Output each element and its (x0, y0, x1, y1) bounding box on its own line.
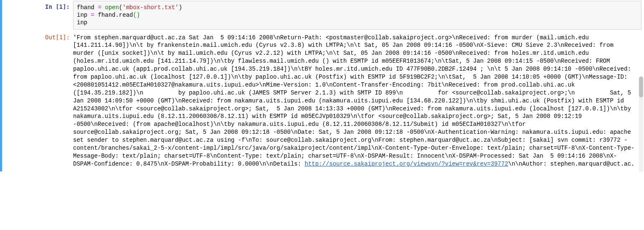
output-prompt: Out[1]: (2, 31, 73, 41)
code-line-3: inp (77, 19, 638, 26)
scrollbar-track[interactable] (639, 77, 643, 171)
code-cell: In [1]: fhand = open('mbox-short.txt') i… (2, 0, 644, 31)
scrollbar-thumb[interactable] (639, 77, 643, 97)
code-line-2: inp = fhand.read() (77, 11, 638, 19)
input-prompt: In [1]: (2, 1, 73, 10)
output-cell: Out[1]: 'From stephen.marquard@uct.ac.za… (2, 31, 644, 171)
output-scrollbar[interactable] (639, 77, 643, 171)
code-line-1: fhand = open('mbox-short.txt') (77, 4, 638, 11)
output-text-before: 'From stephen.marquard@uct.ac.za Sat Jan… (73, 34, 634, 167)
output-link[interactable]: http://source.sakaiproject.org/viewsvn/?… (305, 161, 508, 167)
output-text-area[interactable]: 'From stephen.marquard@uct.ac.za Sat Jan… (73, 31, 639, 171)
code-input-area[interactable]: fhand = open('mbox-short.txt') inp = fha… (73, 1, 641, 30)
output-text-after: \n\nAuthor: stephen.marquard@uct.ac. (508, 161, 634, 167)
notebook-container: In [1]: fhand = open('mbox-short.txt') i… (0, 0, 644, 171)
